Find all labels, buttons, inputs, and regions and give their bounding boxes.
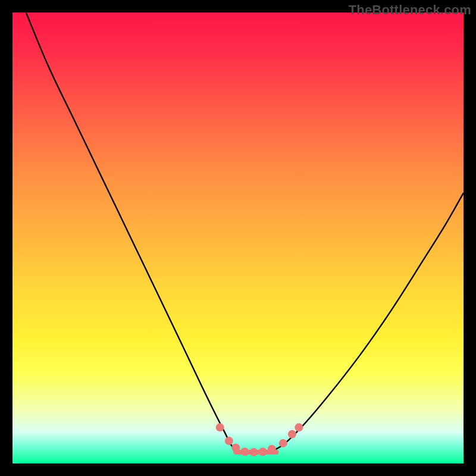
marker-dot	[295, 423, 303, 431]
chart-curve	[26, 12, 464, 453]
marker-dot	[231, 443, 240, 452]
chart-plot-area	[12, 12, 464, 464]
marker-dot	[288, 430, 296, 439]
marker-dot	[268, 445, 276, 453]
marker-dot	[225, 437, 233, 445]
marker-dot	[216, 423, 224, 431]
bottom-dots	[216, 423, 303, 456]
marker-dot	[250, 448, 258, 456]
chart-overlay	[12, 12, 464, 464]
marker-dot	[240, 447, 249, 456]
marker-dot	[279, 439, 287, 447]
marker-dot	[259, 447, 267, 456]
